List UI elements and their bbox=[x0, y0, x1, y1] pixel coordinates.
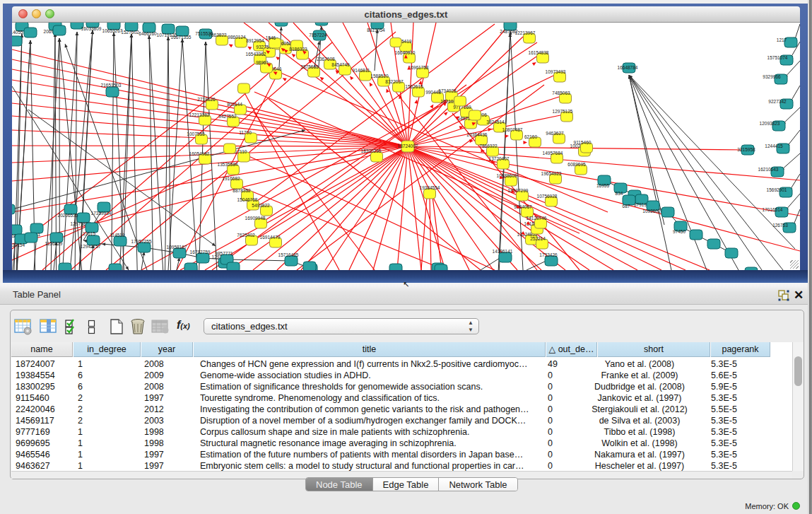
svg-text:16782759: 16782759 bbox=[190, 250, 211, 255]
svg-text:3824514: 3824514 bbox=[486, 119, 505, 124]
svg-text:16640910: 16640910 bbox=[395, 50, 416, 55]
svg-text:19384554: 19384554 bbox=[420, 185, 440, 190]
svg-text:17957255: 17957255 bbox=[131, 239, 152, 244]
svg-text:7485063: 7485063 bbox=[552, 90, 570, 95]
svg-text:16909948: 16909948 bbox=[245, 216, 266, 221]
svg-text:6734028: 6734028 bbox=[438, 88, 457, 93]
svg-text:9146811: 9146811 bbox=[353, 68, 370, 73]
svg-text:1527602: 1527602 bbox=[121, 30, 139, 35]
svg-text:3875685: 3875685 bbox=[300, 64, 319, 69]
svg-text:87919: 87919 bbox=[634, 202, 647, 207]
svg-text:12975125: 12975125 bbox=[553, 109, 573, 114]
svg-text:6089695: 6089695 bbox=[567, 162, 586, 167]
svg-text:10807487: 10807487 bbox=[502, 127, 523, 132]
svg-text:16033809: 16033809 bbox=[81, 26, 102, 31]
svg-text:7866322: 7866322 bbox=[479, 144, 498, 148]
svg-text:126753: 126753 bbox=[772, 223, 788, 228]
svg-text:8322037: 8322037 bbox=[385, 79, 404, 84]
svg-text:10653267: 10653267 bbox=[102, 28, 123, 33]
svg-text:803144: 803144 bbox=[227, 102, 242, 107]
svg-text:15692901: 15692901 bbox=[767, 187, 787, 192]
svg-text:17016514: 17016514 bbox=[763, 207, 783, 212]
svg-text:14120746: 14120746 bbox=[526, 216, 547, 221]
svg-text:1092602: 1092602 bbox=[642, 209, 661, 214]
svg-text:8878352: 8878352 bbox=[233, 188, 251, 193]
svg-text:16543362: 16543362 bbox=[246, 52, 266, 57]
svg-text:9227342: 9227342 bbox=[768, 99, 787, 104]
svg-text:13615: 13615 bbox=[83, 231, 95, 236]
svg-text:1156829: 1156829 bbox=[45, 241, 63, 246]
svg-text:6466160: 6466160 bbox=[139, 31, 157, 36]
svg-text:13535584: 13535584 bbox=[218, 162, 238, 167]
svg-text:16648784: 16648784 bbox=[618, 65, 638, 70]
svg-text:98961: 98961 bbox=[256, 60, 269, 65]
svg-text:8186323: 8186323 bbox=[289, 47, 307, 52]
svg-text:10756928: 10756928 bbox=[537, 194, 558, 199]
svg-text:14957684: 14957684 bbox=[543, 151, 563, 156]
svg-text:252214: 252214 bbox=[530, 236, 546, 241]
svg-text:97450: 97450 bbox=[673, 229, 686, 234]
svg-text:7663822: 7663822 bbox=[208, 33, 227, 37]
svg-text:1733426: 1733426 bbox=[539, 252, 558, 257]
svg-text:9860124: 9860124 bbox=[228, 35, 246, 40]
svg-text:16961758: 16961758 bbox=[408, 65, 429, 70]
svg-text:16955: 16955 bbox=[596, 183, 609, 188]
svg-text:17359934: 17359934 bbox=[91, 211, 112, 216]
svg-text:7857224: 7857224 bbox=[309, 33, 327, 37]
svg-text:16054982: 16054982 bbox=[189, 151, 210, 156]
svg-text:1244415: 1244415 bbox=[765, 144, 783, 148]
svg-text:18724007: 18724007 bbox=[398, 144, 418, 148]
svg-text:9884067: 9884067 bbox=[514, 204, 532, 209]
svg-text:16154838: 16154838 bbox=[529, 50, 549, 55]
svg-text:13720407: 13720407 bbox=[489, 156, 510, 161]
svg-text:15046768: 15046768 bbox=[237, 197, 258, 202]
svg-text:1562615: 1562615 bbox=[405, 84, 423, 89]
svg-text:834: 834 bbox=[616, 191, 623, 196]
svg-text:20206535: 20206535 bbox=[58, 213, 78, 218]
svg-text:1007553: 1007553 bbox=[187, 132, 205, 136]
svg-text:7625402: 7625402 bbox=[237, 233, 255, 238]
svg-text:1588520: 1588520 bbox=[370, 74, 389, 78]
svg-text:18300295: 18300295 bbox=[361, 148, 382, 153]
svg-text:9463627: 9463627 bbox=[546, 131, 564, 136]
svg-text:14136141: 14136141 bbox=[493, 249, 513, 254]
svg-text:8813054: 8813054 bbox=[367, 28, 385, 33]
svg-text:12213967: 12213967 bbox=[515, 30, 536, 35]
svg-text:12093823: 12093823 bbox=[760, 121, 780, 126]
svg-text:9329966: 9329966 bbox=[763, 74, 781, 79]
svg-text:16671355: 16671355 bbox=[171, 35, 192, 40]
svg-text:12942757: 12942757 bbox=[81, 244, 101, 249]
svg-text:15716485: 15716485 bbox=[278, 252, 299, 257]
svg-text:3215958: 3215958 bbox=[737, 147, 755, 152]
svg-text:5493822: 5493822 bbox=[252, 203, 270, 208]
svg-text:11700: 11700 bbox=[239, 130, 252, 135]
svg-text:2367608: 2367608 bbox=[317, 57, 335, 62]
svg-text:16914479: 16914479 bbox=[260, 235, 281, 240]
svg-text:9857771: 9857771 bbox=[215, 251, 233, 256]
svg-text:1546: 1546 bbox=[266, 35, 276, 40]
svg-text:10688609: 10688609 bbox=[497, 173, 517, 178]
svg-text:2718126: 2718126 bbox=[197, 97, 216, 102]
svg-text:9427552: 9427552 bbox=[218, 114, 237, 119]
svg-text:10958167: 10958167 bbox=[167, 245, 187, 250]
svg-text:12213382: 12213382 bbox=[189, 112, 210, 117]
svg-text:16210643: 16210643 bbox=[758, 167, 779, 172]
svg-text:1916682: 1916682 bbox=[222, 176, 240, 181]
svg-text:20364436: 20364436 bbox=[467, 132, 488, 137]
svg-text:1217: 1217 bbox=[777, 37, 787, 42]
svg-text:62160: 62160 bbox=[524, 134, 537, 139]
svg-text:15751074: 15751074 bbox=[767, 55, 788, 60]
svg-text:10973493: 10973493 bbox=[546, 69, 566, 74]
svg-text:19654923: 19654923 bbox=[541, 171, 562, 176]
svg-text:21651503: 21651503 bbox=[101, 83, 122, 88]
svg-text:39154: 39154 bbox=[12, 243, 25, 247]
svg-text:18807299: 18807299 bbox=[508, 188, 529, 193]
svg-text:114519: 114519 bbox=[110, 233, 125, 238]
svg-text:9115460: 9115460 bbox=[574, 140, 592, 145]
svg-text:687: 687 bbox=[623, 204, 630, 209]
svg-text:8912954: 8912954 bbox=[246, 38, 264, 43]
svg-text:8454749: 8454749 bbox=[331, 62, 350, 67]
